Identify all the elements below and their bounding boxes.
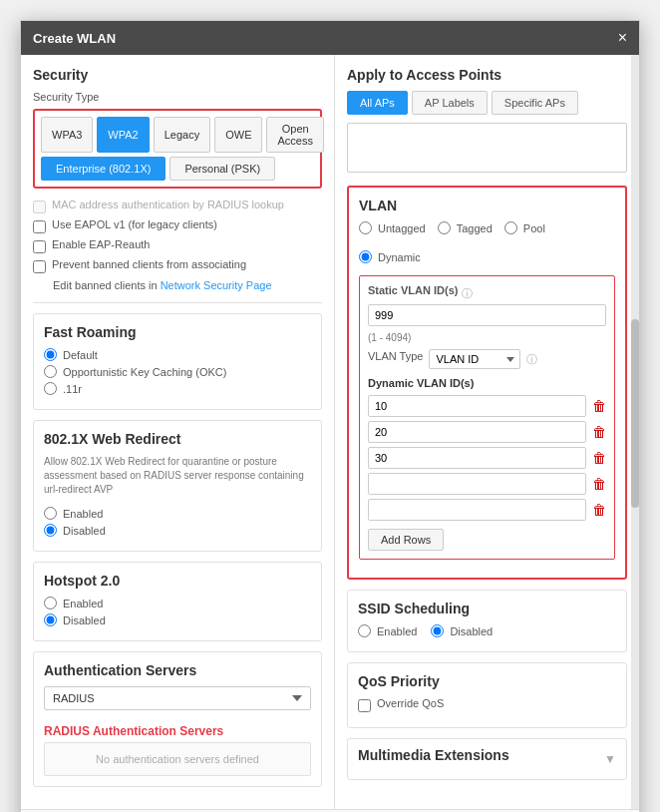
- dynamic-input-1[interactable]: [368, 395, 586, 417]
- fr-okc-label: Opportunistic Key Caching (OKC): [63, 366, 226, 378]
- banned-link-row: Edit banned clients in Network Security …: [33, 278, 322, 292]
- security-type-label: Security Type: [33, 91, 322, 103]
- ss-enabled-label: Enabled: [377, 625, 417, 637]
- security-section: Security Security Type WPA3 WPA2 Legacy …: [33, 67, 322, 292]
- vlan-dynamic-radio[interactable]: [359, 250, 372, 263]
- static-vlan-info-icon: ⓘ: [462, 286, 473, 301]
- hs-enabled-row: Enabled: [44, 597, 311, 609]
- btn-open-access[interactable]: Open Access: [266, 117, 323, 153]
- static-vlan-input[interactable]: [368, 304, 606, 326]
- close-button[interactable]: ×: [618, 29, 627, 47]
- right-panel: Apply to Access Points All APs AP Labels…: [335, 55, 639, 809]
- multimedia-title: Multimedia Extensions: [358, 747, 509, 763]
- wr-enabled-radio[interactable]: [44, 507, 57, 520]
- wr-enabled-label: Enabled: [63, 508, 103, 520]
- btn-personal[interactable]: Personal (PSK): [169, 157, 275, 181]
- vlan-options-row: Untagged Tagged Pool Dynamic: [359, 221, 615, 267]
- cb-mac-auth[interactable]: [33, 201, 46, 213]
- hotspot-title: Hotspot 2.0: [44, 573, 311, 589]
- tab-specific-aps[interactable]: Specific APs: [492, 91, 578, 115]
- hs-enabled-radio[interactable]: [44, 597, 57, 609]
- ss-enabled-radio[interactable]: [358, 624, 371, 637]
- vlan-untagged-radio[interactable]: [359, 221, 372, 234]
- qos-override-row: Override QoS: [358, 697, 616, 712]
- hs-disabled-label: Disabled: [63, 614, 106, 626]
- wr-disabled-label: Disabled: [63, 525, 106, 537]
- btn-owe[interactable]: OWE: [214, 117, 262, 153]
- fr-default-radio[interactable]: [44, 348, 57, 361]
- vlan-dynamic-row: Dynamic: [359, 250, 421, 263]
- trash-icon-1[interactable]: 🗑: [592, 398, 606, 414]
- modal-body: Security Security Type WPA3 WPA2 Legacy …: [21, 55, 639, 809]
- vlan-untagged-label: Untagged: [378, 222, 426, 234]
- radius-auth-link[interactable]: RADIUS Authentication Servers: [44, 724, 311, 738]
- vlan-type-info-icon: ⓘ: [526, 352, 537, 367]
- btn-wpa2[interactable]: WPA2: [97, 117, 149, 153]
- cb-eapol-label: Use EAPOL v1 (for legacy clients): [52, 218, 217, 230]
- ssid-options: Enabled Disabled: [358, 624, 616, 641]
- hs-disabled-radio[interactable]: [44, 613, 57, 626]
- dynamic-input-2[interactable]: [368, 421, 586, 443]
- apply-tabs: All APs AP Labels Specific APs: [347, 91, 627, 115]
- security-title: Security: [33, 67, 322, 83]
- trash-icon-4[interactable]: 🗑: [592, 476, 606, 492]
- cb-banned[interactable]: [33, 260, 46, 273]
- auth-server-dropdown[interactable]: RADIUS LDAP AD: [44, 686, 311, 710]
- vlan-tagged-row: Tagged: [438, 221, 493, 234]
- multimedia-chevron-icon: ▼: [604, 752, 616, 766]
- dynamic-row-1: 🗑: [368, 395, 606, 417]
- static-vlan-range: (1 - 4094): [368, 332, 606, 343]
- no-auth-servers-placeholder: No authentication servers defined: [44, 742, 311, 776]
- btn-legacy[interactable]: Legacy: [154, 117, 210, 153]
- dynamic-row-3: 🗑: [368, 447, 606, 469]
- security-type-row1: WPA3 WPA2 Legacy OWE Open Access: [41, 117, 314, 153]
- ss-disabled-radio[interactable]: [431, 624, 444, 637]
- cb-eap-reauth[interactable]: [33, 240, 46, 253]
- vlan-tagged-radio[interactable]: [438, 221, 451, 234]
- vlan-dynamic-label: Dynamic: [378, 251, 421, 263]
- web-redirect-section: 802.1X Web Redirect Allow 802.1X Web Red…: [33, 420, 322, 552]
- network-security-link[interactable]: Network Security Page: [161, 279, 272, 291]
- qos-override-label: Override QoS: [377, 697, 444, 709]
- btn-wpa3[interactable]: WPA3: [41, 117, 93, 153]
- ss-enabled-row: Enabled: [358, 624, 417, 637]
- trash-icon-2[interactable]: 🗑: [592, 424, 606, 440]
- fr-okc-radio[interactable]: [44, 365, 57, 378]
- tab-all-aps[interactable]: All APs: [347, 91, 408, 115]
- static-vlan-block: Static VLAN ID(s) ⓘ (1 - 4094) VLAN Type…: [359, 275, 615, 560]
- trash-icon-3[interactable]: 🗑: [592, 450, 606, 466]
- web-redirect-title: 802.1X Web Redirect: [44, 431, 311, 447]
- add-rows-button[interactable]: Add Rows: [368, 529, 444, 551]
- dynamic-input-3[interactable]: [368, 447, 586, 469]
- dynamic-input-4[interactable]: [368, 473, 586, 495]
- tab-ap-labels[interactable]: AP Labels: [412, 91, 488, 115]
- wr-disabled-row: Disabled: [44, 524, 311, 537]
- cb-mac-auth-label: MAC address authentication by RADIUS loo…: [52, 199, 284, 210]
- cb-eapol-row: Use EAPOL v1 (for legacy clients): [33, 218, 322, 233]
- apply-textarea[interactable]: [347, 123, 627, 173]
- cb-eapol[interactable]: [33, 220, 46, 233]
- multimedia-section: Multimedia Extensions ▼: [347, 738, 627, 780]
- vlan-type-row: VLAN Type VLAN ID VLAN Name ⓘ: [368, 349, 606, 369]
- dynamic-row-5: 🗑: [368, 499, 606, 521]
- fr-11r-label: .11r: [63, 383, 82, 395]
- vlan-pool-label: Pool: [523, 222, 545, 234]
- hs-disabled-row: Disabled: [44, 613, 311, 626]
- auth-servers-section: Authentication Servers RADIUS LDAP AD RA…: [33, 651, 322, 787]
- vlan-type-label: VLAN Type: [368, 350, 423, 362]
- qos-override-checkbox[interactable]: [358, 699, 371, 712]
- btn-enterprise[interactable]: Enterprise (802.1X): [41, 157, 165, 181]
- wr-disabled-radio[interactable]: [44, 524, 57, 537]
- vlan-title: VLAN: [359, 198, 615, 213]
- ssid-title: SSID Scheduling: [358, 601, 616, 616]
- trash-icon-5[interactable]: 🗑: [592, 502, 606, 518]
- ss-disabled-label: Disabled: [450, 625, 493, 637]
- dynamic-input-5[interactable]: [368, 499, 586, 521]
- modal-header: Create WLAN ×: [21, 21, 639, 55]
- auth-server-select-wrapper: RADIUS LDAP AD: [44, 686, 311, 710]
- fr-11r-radio[interactable]: [44, 382, 57, 395]
- scrollbar-thumb[interactable]: [631, 319, 639, 508]
- vlan-pool-radio[interactable]: [504, 221, 517, 234]
- vlan-type-select[interactable]: VLAN ID VLAN Name: [429, 349, 520, 369]
- fast-roaming-section: Fast Roaming Default Opportunistic Key C…: [33, 313, 322, 410]
